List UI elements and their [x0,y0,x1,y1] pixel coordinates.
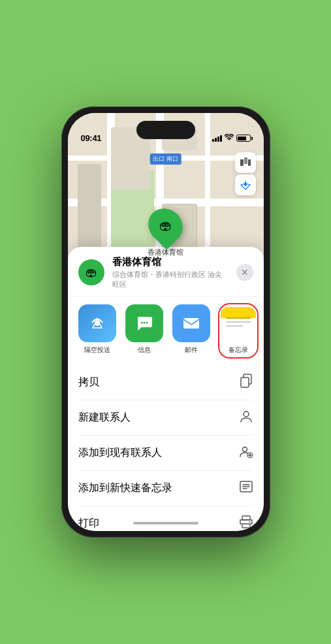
share-row: 隔空投送 信息 [68,297,264,365]
signal-icon [212,135,222,142]
svg-rect-0 [240,159,244,166]
status-icons [212,133,251,143]
new-contact-icon [239,409,253,427]
svg-rect-10 [241,378,249,387]
phone-screen: 09:41 [68,113,264,531]
add-existing-label: 添加到现有联系人 [78,446,162,460]
location-info: 香港体育馆 综合体育馆・香港特别行政区 油尖旺区 [112,256,229,289]
svg-rect-1 [244,157,247,164]
svg-point-11 [244,411,249,417]
messages-label: 信息 [138,346,151,355]
airdrop-icon [78,304,116,342]
dynamic-island [136,121,195,139]
phone-frame: 09:41 [61,106,270,538]
quick-note-icon [239,479,253,497]
copy-icon [239,374,253,391]
svg-point-3 [244,184,246,186]
svg-point-12 [242,447,247,451]
svg-rect-8 [183,318,199,329]
map-controls [235,152,256,195]
messages-icon [125,304,163,342]
map-exit-label: 出口 南口 [150,153,181,165]
svg-rect-2 [248,159,251,166]
action-list: 拷贝 新建联系人 [68,365,264,531]
share-airdrop[interactable]: 隔空投送 [78,304,116,357]
battery-icon [236,135,251,142]
mail-icon [172,304,210,342]
print-label: 打印 [78,517,99,530]
map-pin-container: 🏟 香港体育馆 [148,208,183,257]
svg-point-5 [140,321,142,323]
wifi-icon [225,133,234,143]
share-notes[interactable]: 备忘录 [219,304,257,357]
location-button[interactable] [235,174,256,195]
location-icon: 🏟 [78,259,104,285]
location-name: 香港体育馆 [112,256,229,268]
share-messages[interactable]: 信息 [125,304,163,357]
quick-note-label: 添加到新快速备忘录 [78,481,172,495]
notes-icon [221,307,256,342]
add-existing-icon [239,444,253,462]
map-type-button[interactable] [235,152,256,173]
map-pin: 🏟 [141,201,189,250]
svg-point-17 [249,521,250,523]
svg-rect-16 [242,524,250,528]
new-contact-label: 新建联系人 [78,411,131,425]
airdrop-label: 隔空投送 [84,346,110,355]
print-icon [239,515,253,531]
action-copy[interactable]: 拷贝 [78,365,253,400]
pin-icon: 🏟 [159,218,172,233]
action-quick-note[interactable]: 添加到新快速备忘录 [78,471,253,506]
notes-label: 备忘录 [229,346,248,355]
mail-label: 邮件 [185,346,198,355]
location-subtitle: 综合体育馆・香港特别行政区 油尖旺区 [112,270,229,289]
action-print[interactable]: 打印 [78,506,253,531]
home-indicator [133,522,198,524]
close-button[interactable]: ✕ [236,264,253,281]
svg-point-7 [146,321,148,323]
bottom-sheet: 🏟 香港体育馆 综合体育馆・香港特别行政区 油尖旺区 ✕ [68,247,264,531]
action-new-contact[interactable]: 新建联系人 [78,400,253,436]
share-mail[interactable]: 邮件 [172,304,210,357]
svg-rect-15 [242,516,250,520]
status-time: 09:41 [81,133,102,143]
action-add-existing[interactable]: 添加到现有联系人 [78,436,253,471]
copy-label: 拷贝 [78,376,99,389]
svg-point-6 [143,321,145,323]
